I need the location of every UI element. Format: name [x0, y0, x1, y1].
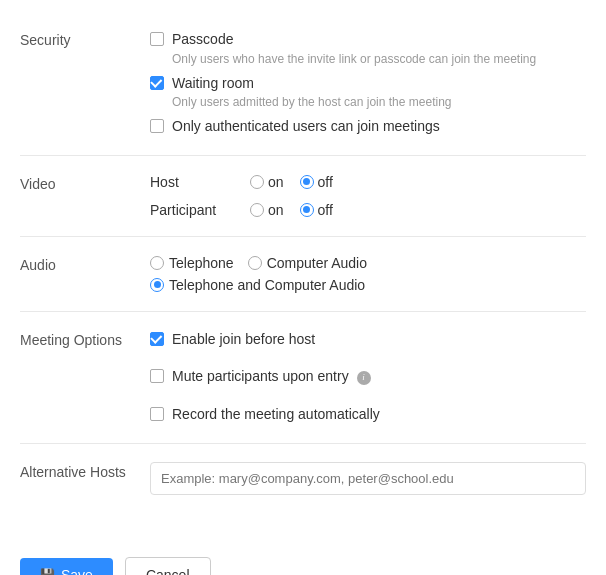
mute-participants-row: Mute participants upon entry i [150, 367, 586, 387]
waiting-room-text: Waiting room Only users admitted by the … [172, 74, 452, 110]
participant-video-on-label: on [268, 202, 284, 218]
authenticated-users-label: Only authenticated users can join meetin… [172, 117, 440, 137]
host-video-off-option: off [300, 174, 333, 190]
computer-audio-label: Computer Audio [267, 255, 367, 271]
record-meeting-checkbox[interactable] [150, 407, 164, 421]
computer-audio-option: Computer Audio [248, 255, 367, 271]
telephone-audio-option: Telephone [150, 255, 234, 271]
enable-join-before-host-row: Enable join before host [150, 330, 586, 350]
save-icon: 💾 [40, 568, 55, 575]
authenticated-users-checkbox[interactable] [150, 119, 164, 133]
host-video-off-label: off [318, 174, 333, 190]
waiting-room-desc: Only users admitted by the host can join… [172, 95, 452, 109]
participant-video-row: Participant on off [150, 202, 586, 218]
record-meeting-label: Record the meeting automatically [172, 405, 380, 425]
participant-video-options: on off [250, 202, 345, 218]
video-label: Video [20, 174, 150, 218]
telephone-and-computer-audio-option: Telephone and Computer Audio [150, 277, 365, 293]
save-button[interactable]: 💾 Save [20, 558, 113, 575]
video-content: Host on off Participant [150, 174, 586, 218]
participant-video-label: Participant [150, 202, 250, 218]
save-label: Save [61, 567, 93, 575]
alternative-hosts-section: Alternative Hosts [20, 444, 586, 513]
computer-audio-radio[interactable] [248, 256, 262, 270]
passcode-desc: Only users who have the invite link or p… [172, 52, 536, 66]
telephone-audio-label: Telephone [169, 255, 234, 271]
mute-participants-info-icon[interactable]: i [357, 371, 371, 385]
mute-participants-checkbox[interactable] [150, 369, 164, 383]
participant-video-off-radio[interactable] [300, 203, 314, 217]
host-video-row: Host on off [150, 174, 586, 190]
host-video-off-radio[interactable] [300, 175, 314, 189]
passcode-text: Passcode Only users who have the invite … [172, 30, 536, 66]
enable-join-before-host-checkbox[interactable] [150, 332, 164, 346]
enable-join-before-host-label: Enable join before host [172, 330, 315, 350]
audio-content: Telephone Computer Audio Telephone and C… [150, 255, 586, 293]
passcode-label: Passcode [172, 30, 536, 50]
meeting-options-label: Meeting Options [20, 330, 150, 425]
security-section: Security Passcode Only users who have th… [20, 12, 586, 156]
security-content: Passcode Only users who have the invite … [150, 30, 586, 137]
meeting-options-section: Meeting Options Enable join before host … [20, 312, 586, 444]
authenticated-users-text: Only authenticated users can join meetin… [172, 117, 440, 137]
alternative-hosts-label: Alternative Hosts [20, 462, 150, 495]
waiting-room-checkbox[interactable] [150, 76, 164, 90]
security-label: Security [20, 30, 150, 137]
meeting-options-content: Enable join before host Mute participant… [150, 330, 586, 425]
waiting-room-label: Waiting room [172, 74, 452, 94]
alternative-hosts-input[interactable] [150, 462, 586, 495]
telephone-and-computer-audio-label: Telephone and Computer Audio [169, 277, 365, 293]
host-video-on-radio[interactable] [250, 175, 264, 189]
authenticated-users-row: Only authenticated users can join meetin… [150, 117, 586, 137]
audio-options: Telephone Computer Audio Telephone and C… [150, 255, 586, 293]
cancel-button[interactable]: Cancel [125, 557, 211, 575]
waiting-room-row: Waiting room Only users admitted by the … [150, 74, 586, 110]
participant-video-off-label: off [318, 202, 333, 218]
participant-video-on-radio[interactable] [250, 203, 264, 217]
participant-video-off-option: off [300, 202, 333, 218]
audio-section: Audio Telephone Computer Audio Telephone… [20, 237, 586, 312]
passcode-row: Passcode Only users who have the invite … [150, 30, 586, 66]
video-section: Video Host on off Participant [20, 156, 586, 237]
participant-video-on-option: on [250, 202, 284, 218]
passcode-checkbox[interactable] [150, 32, 164, 46]
host-video-options: on off [250, 174, 345, 190]
host-video-on-option: on [250, 174, 284, 190]
alternative-hosts-content [150, 462, 586, 495]
footer-buttons: 💾 Save Cancel [0, 533, 606, 575]
telephone-and-computer-audio-radio[interactable] [150, 278, 164, 292]
audio-label: Audio [20, 255, 150, 293]
record-meeting-row: Record the meeting automatically [150, 405, 586, 425]
host-video-label: Host [150, 174, 250, 190]
telephone-audio-radio[interactable] [150, 256, 164, 270]
host-video-on-label: on [268, 174, 284, 190]
mute-participants-label: Mute participants upon entry i [172, 367, 371, 387]
